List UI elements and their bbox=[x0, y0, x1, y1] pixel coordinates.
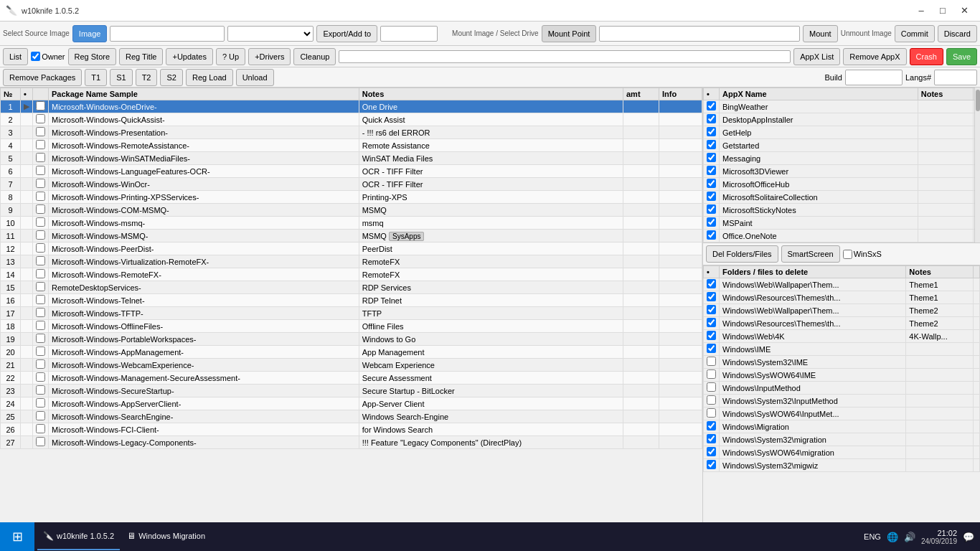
list-item[interactable]: MicrosoftSolitaireCollection bbox=[704, 191, 980, 204]
table-row[interactable]: 3 Microsoft-Windows-Presentation- - !!! … bbox=[1, 126, 702, 139]
list-item[interactable]: MicrosoftStickyNotes bbox=[704, 204, 980, 217]
build-input[interactable] bbox=[845, 70, 903, 85]
table-row[interactable]: 15 RemoteDesktopServices- RDP Services bbox=[1, 281, 702, 294]
s2-button[interactable]: S2 bbox=[160, 69, 182, 86]
row-checkbox[interactable] bbox=[36, 347, 45, 356]
row-checkbox-cell[interactable] bbox=[33, 113, 49, 126]
appx-list-button[interactable]: AppX List bbox=[793, 48, 840, 65]
appx-table-wrap[interactable]: • AppX Name Notes BingWeather Desk bbox=[703, 88, 980, 242]
folder-checkbox[interactable] bbox=[707, 357, 716, 366]
table-row[interactable]: 19 Microsoft-Windows-PortableWorkspaces-… bbox=[1, 333, 702, 346]
list-item[interactable]: MicrosoftOfficeHub bbox=[704, 178, 980, 191]
folder-row-cb[interactable] bbox=[704, 408, 720, 420]
row-checkbox[interactable] bbox=[36, 114, 45, 123]
appx-row-cb[interactable] bbox=[704, 217, 720, 230]
list-item[interactable]: Windows\Web\Wallpaper\Them... Theme2 bbox=[704, 304, 980, 317]
table-row[interactable]: 20 Microsoft-Windows-AppManagement- App … bbox=[1, 346, 702, 359]
appx-row-cb[interactable] bbox=[704, 113, 720, 126]
folder-checkbox[interactable] bbox=[707, 460, 716, 469]
notification-icon[interactable]: 💬 bbox=[963, 532, 974, 542]
folder-checkbox[interactable] bbox=[707, 344, 716, 353]
table-row[interactable]: 1 ▶ Microsoft-Windows-OneDrive- One Driv… bbox=[1, 100, 702, 113]
list-item[interactable]: Windows\Resources\Themes\th... Theme1 bbox=[704, 291, 980, 304]
row-checkbox-cell[interactable] bbox=[33, 178, 49, 191]
list-item[interactable]: Windows\InputMethod bbox=[704, 382, 980, 395]
mount-point-input[interactable] bbox=[599, 26, 800, 42]
appx-row-cb[interactable] bbox=[704, 204, 720, 217]
appx-checkbox[interactable] bbox=[707, 140, 716, 149]
mount-button[interactable]: Mount bbox=[803, 25, 838, 42]
folder-row-cb[interactable] bbox=[704, 369, 720, 382]
row-checkbox[interactable] bbox=[36, 334, 45, 343]
export-button[interactable]: Export/Add to bbox=[316, 25, 377, 42]
row-checkbox-cell[interactable] bbox=[33, 191, 49, 204]
appx-checkbox[interactable] bbox=[707, 166, 716, 175]
row-checkbox-cell[interactable] bbox=[33, 385, 49, 397]
row-checkbox-cell[interactable] bbox=[33, 294, 49, 307]
list-item[interactable]: Getstarted bbox=[704, 139, 980, 152]
table-row[interactable]: 13 Microsoft-Windows-Virtualization-Remo… bbox=[1, 255, 702, 268]
table-row[interactable]: 26 Microsoft-Windows-FCI-Client- for Win… bbox=[1, 423, 702, 436]
row-checkbox[interactable] bbox=[36, 385, 45, 395]
table-row[interactable]: 11 Microsoft-Windows-MSMQ- MSMQ SysApps bbox=[1, 230, 702, 242]
table-row[interactable]: 2 Microsoft-Windows-QuickAssist- Quick A… bbox=[1, 113, 702, 126]
folder-checkbox[interactable] bbox=[707, 395, 716, 405]
updates-button[interactable]: +Updates bbox=[166, 48, 212, 65]
list-item[interactable]: Windows\System32\migration bbox=[704, 433, 980, 446]
row-checkbox[interactable] bbox=[36, 282, 45, 291]
langs-input[interactable] bbox=[934, 70, 977, 85]
appx-checkbox[interactable] bbox=[707, 127, 716, 136]
list-item[interactable]: Windows\IME bbox=[704, 343, 980, 356]
folder-checkbox[interactable] bbox=[707, 408, 716, 418]
t1-button[interactable]: T1 bbox=[85, 69, 107, 86]
list-item[interactable]: Windows\SysWOW64\IME bbox=[704, 369, 980, 382]
row-checkbox-cell[interactable] bbox=[33, 320, 49, 333]
list-item[interactable]: Windows\Web\4K 4K-Wallp... bbox=[704, 330, 980, 343]
row-checkbox-cell[interactable] bbox=[33, 204, 49, 217]
table-row[interactable]: 7 Microsoft-Windows-WinOcr- OCR - TIFF F… bbox=[1, 178, 702, 191]
owner-checkbox[interactable] bbox=[31, 52, 40, 61]
row-checkbox-cell[interactable] bbox=[33, 436, 49, 449]
t2-button[interactable]: T2 bbox=[136, 69, 158, 86]
folder-row-cb[interactable] bbox=[704, 356, 720, 369]
list-item[interactable]: Messaging bbox=[704, 152, 980, 165]
minimize-button[interactable]: – bbox=[911, 4, 931, 18]
table-row[interactable]: 27 Microsoft-Windows-Legacy-Components- … bbox=[1, 436, 702, 449]
remove-appx-button[interactable]: Remove AppX bbox=[843, 48, 906, 65]
close-button[interactable]: ✕ bbox=[954, 4, 974, 18]
discard-button[interactable]: Discard bbox=[938, 25, 977, 42]
row-checkbox-cell[interactable] bbox=[33, 230, 49, 242]
remove-packages-button[interactable]: Remove Packages bbox=[3, 69, 82, 86]
row-checkbox[interactable] bbox=[36, 359, 45, 369]
list-item[interactable]: Windows\Web\Wallpaper\Them... Theme1 bbox=[704, 278, 980, 291]
row-checkbox-cell[interactable] bbox=[33, 255, 49, 268]
appx-checkbox[interactable] bbox=[707, 179, 716, 188]
list-item[interactable]: GetHelp bbox=[704, 126, 980, 139]
table-row[interactable]: 4 Microsoft-Windows-RemoteAssistance- Re… bbox=[1, 139, 702, 152]
row-checkbox-cell[interactable] bbox=[33, 217, 49, 230]
list-button[interactable]: List bbox=[3, 48, 28, 65]
folder-checkbox[interactable] bbox=[707, 292, 716, 301]
list-item[interactable]: Windows\Resources\Themes\th... Theme2 bbox=[704, 317, 980, 330]
table-row[interactable]: 6 Microsoft-Windows-LanguageFeatures-OCR… bbox=[1, 165, 702, 178]
row-checkbox[interactable] bbox=[36, 179, 45, 188]
row-checkbox[interactable] bbox=[36, 153, 45, 162]
row-checkbox[interactable] bbox=[36, 269, 45, 278]
row-checkbox[interactable] bbox=[36, 243, 45, 253]
list-item[interactable]: Office.OneNote bbox=[704, 230, 980, 242]
source-input[interactable] bbox=[110, 26, 225, 42]
row-checkbox-cell[interactable] bbox=[33, 423, 49, 436]
row-checkbox[interactable] bbox=[36, 166, 45, 175]
row-checkbox-cell[interactable] bbox=[33, 268, 49, 281]
commit-button[interactable]: Commit bbox=[895, 25, 935, 42]
table-row[interactable]: 17 Microsoft-Windows-TFTP- TFTP bbox=[1, 307, 702, 320]
list-item[interactable]: Windows\System32\InputMethod bbox=[704, 395, 980, 408]
folder-checkbox[interactable] bbox=[707, 279, 716, 288]
row-checkbox[interactable] bbox=[36, 411, 45, 420]
appx-row-cb[interactable] bbox=[704, 178, 720, 191]
row-checkbox[interactable] bbox=[36, 127, 45, 136]
taskbar-app-migration[interactable]: 🖥 Windows Migration bbox=[121, 523, 211, 550]
row-checkbox[interactable] bbox=[36, 101, 45, 110]
packages-table-scroll[interactable]: № • Package Name Sample Notes amt Info 1… bbox=[0, 88, 702, 551]
table-row[interactable]: 23 Microsoft-Windows-SecureStartup- Secu… bbox=[1, 385, 702, 397]
